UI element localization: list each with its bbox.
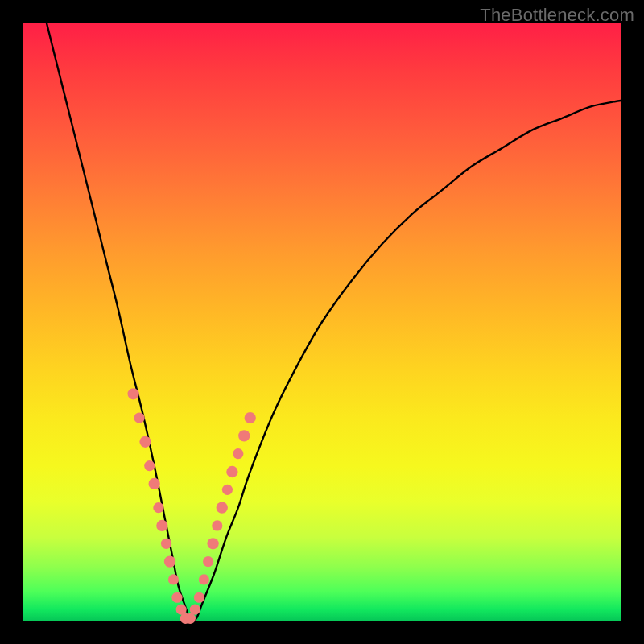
marker-dot — [156, 520, 167, 531]
marker-dot — [168, 574, 179, 584]
marker-dot — [233, 448, 243, 459]
marker-dot — [144, 460, 155, 471]
marker-dot — [153, 502, 163, 513]
curve-line — [47, 23, 621, 621]
marker-dot — [171, 592, 182, 603]
curve-line-group — [47, 23, 621, 621]
plot-area — [23, 23, 621, 621]
marker-dot — [134, 412, 144, 423]
marker-dot — [207, 538, 218, 549]
marker-dot — [203, 556, 213, 567]
marker-dots-group — [127, 388, 255, 624]
marker-dot — [222, 485, 233, 495]
marker-dot — [217, 502, 228, 513]
marker-dot — [190, 605, 200, 615]
watermark-text: TheBottleneck.com — [480, 5, 634, 26]
marker-dot — [212, 520, 222, 530]
marker-dot — [185, 613, 196, 624]
marker-dot — [226, 466, 237, 477]
marker-dot — [245, 412, 256, 423]
marker-dot — [139, 436, 151, 448]
marker-dot — [194, 592, 204, 603]
marker-dot — [127, 388, 138, 399]
marker-dot — [149, 478, 160, 489]
marker-dot — [161, 539, 171, 549]
chart-svg — [23, 23, 621, 621]
marker-dot — [164, 555, 175, 567]
chart-frame: TheBottleneck.com — [0, 0, 644, 644]
marker-dot — [238, 430, 250, 441]
marker-dot — [199, 574, 209, 584]
